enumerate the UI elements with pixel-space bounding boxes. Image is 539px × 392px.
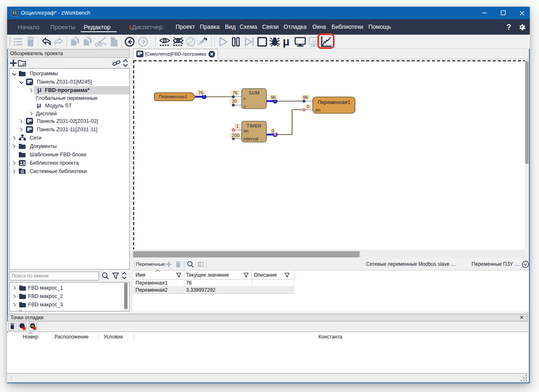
svg-text:76: 76 — [198, 90, 203, 95]
svg-text:1: 1 — [236, 124, 238, 129]
svg-text:76: 76 — [232, 90, 238, 95]
svg-text:μ: μ — [312, 38, 316, 44]
svg-text:0: 0 — [307, 104, 309, 109]
svg-text:96: 96 — [271, 95, 276, 100]
svg-text:200: 200 — [232, 133, 239, 138]
svg-text:SUM: SUM — [249, 90, 260, 95]
svg-text:96: 96 — [303, 95, 308, 100]
svg-text:+: + — [243, 96, 246, 101]
svg-text:TIMER: TIMER — [247, 123, 262, 128]
svg-text:0: 0 — [271, 128, 274, 133]
svg-text:Переменная1: Переменная1 — [159, 94, 187, 99]
svg-text:Переменная1: Переменная1 — [318, 99, 350, 105]
svg-text:20: 20 — [232, 99, 237, 104]
svg-text:en: en — [243, 128, 248, 133]
svg-text:μ: μ — [283, 37, 290, 48]
svg-text:interval: interval — [243, 136, 258, 141]
svg-text:+: + — [243, 104, 246, 109]
svg-text:en: en — [315, 107, 320, 112]
